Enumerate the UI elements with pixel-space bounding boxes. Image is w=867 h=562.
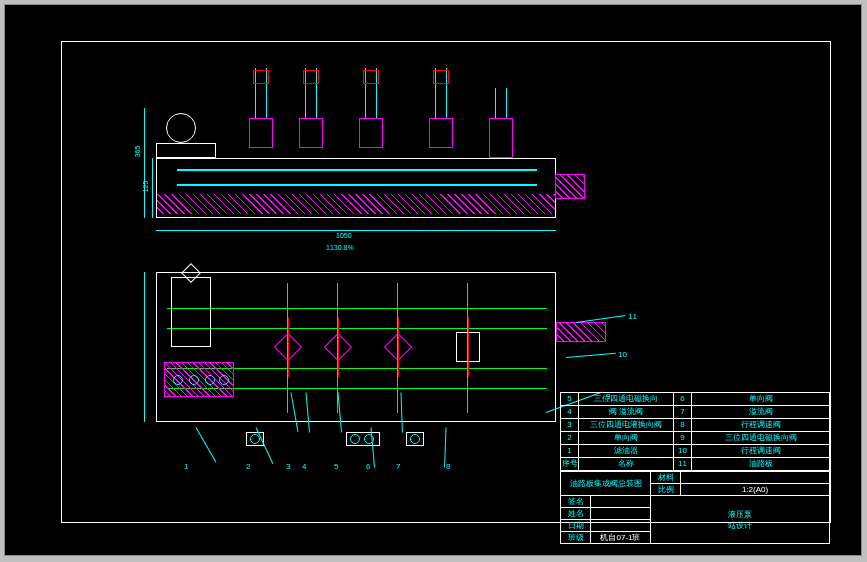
port-icon xyxy=(350,434,360,444)
part-name: 阀 溢流阀 xyxy=(579,406,674,419)
balloon-11: 11 xyxy=(628,312,637,321)
valve-cap xyxy=(433,70,449,84)
port-icon xyxy=(205,375,215,385)
balloon-2: 2 xyxy=(246,462,250,471)
date-label: 日期 xyxy=(561,520,591,532)
motor-base xyxy=(156,143,216,158)
dim-value: 1050 xyxy=(336,232,352,239)
part-name: 三位四通电磁换向阀 xyxy=(692,432,830,445)
sign-value xyxy=(591,496,651,508)
valve-body xyxy=(429,118,453,148)
drawing-canvas[interactable]: 365 125 1050 1130.8% xyxy=(9,9,859,553)
parts-row: 5 三位四通电磁换向 6 单向阀 xyxy=(561,393,830,406)
center-line xyxy=(468,317,469,377)
valve-body xyxy=(489,118,513,158)
port-icon xyxy=(410,434,420,444)
leader-line xyxy=(566,353,616,358)
balloon-7: 7 xyxy=(396,462,400,471)
passage-line xyxy=(177,169,537,171)
balloon-3: 3 xyxy=(286,462,290,471)
pump-block xyxy=(164,362,234,397)
part-name: 单向阀 xyxy=(692,393,830,406)
dim-value: 365 xyxy=(134,146,141,158)
parts-row: 3 三位四通电液换向阀 8 行程调速阀 xyxy=(561,419,830,432)
flow-line xyxy=(167,328,547,329)
app-window: 365 125 1050 1130.8% xyxy=(4,4,862,556)
manifold-block xyxy=(156,158,556,218)
port-icon xyxy=(189,375,199,385)
valve-assembly-4 xyxy=(426,68,456,158)
name-value xyxy=(591,508,651,520)
bottom-components xyxy=(246,432,506,457)
balloon-10: 10 xyxy=(618,350,627,359)
parts-row: 2 单向阀 9 三位四通电磁换向阀 xyxy=(561,432,830,445)
part-num: 9 xyxy=(674,432,692,445)
class-value: 机自07-1班 xyxy=(591,532,651,544)
motor-mount xyxy=(156,108,216,158)
part-num: 6 xyxy=(674,393,692,406)
outlet-connector xyxy=(556,322,606,342)
balloon-5: 5 xyxy=(334,462,338,471)
part-num: 1 xyxy=(561,445,579,458)
motor-circle xyxy=(166,113,196,143)
valve-body xyxy=(359,118,383,148)
valve-cap xyxy=(363,70,379,84)
parts-row: 1 滤油器 10 行程调速阀 xyxy=(561,445,830,458)
section-hatch xyxy=(157,194,555,214)
name-label: 姓名 xyxy=(561,508,591,520)
part-num: 2 xyxy=(561,432,579,445)
part-num: 8 xyxy=(674,419,692,432)
date-value xyxy=(591,520,651,532)
balloon-1: 1 xyxy=(184,462,188,471)
drawing-title: 油路板集成阀总装图 xyxy=(561,472,651,496)
project-line1: 液压泵 xyxy=(651,509,829,520)
drawing-border: 365 125 1050 1130.8% xyxy=(61,41,831,523)
project-cell: 液压泵 站设计 xyxy=(651,496,830,544)
name-header: 名称 xyxy=(579,458,674,471)
part-name: 滤油器 xyxy=(579,445,674,458)
parts-row: 4 阀 溢流阀 7 溢流阀 xyxy=(561,406,830,419)
part-num: 10 xyxy=(674,445,692,458)
sign-label: 签名 xyxy=(561,496,591,508)
class-label: 班级 xyxy=(561,532,591,544)
part-num: 3 xyxy=(561,419,579,432)
tb-row: 油路板集成阀总装图 材料 xyxy=(561,472,830,484)
center-line xyxy=(398,317,399,377)
part-name: 单向阀 xyxy=(579,432,674,445)
valve-body xyxy=(299,118,323,148)
scale-label: 比例 xyxy=(651,484,681,496)
parts-list-table: 5 三位四通电磁换向 6 单向阀 4 阀 溢流阀 7 溢流阀 3 三位四通电液换… xyxy=(560,392,830,471)
filter-body xyxy=(171,277,211,347)
leader-line xyxy=(196,427,217,462)
manifold-plan xyxy=(156,272,556,422)
flow-line xyxy=(167,308,547,309)
balloon-8: 8 xyxy=(446,462,450,471)
titleblock-table: 油路板集成阀总装图 材料 比例 1:2(A0) 签名 液压泵 站设计 xyxy=(560,471,830,544)
valve-stem xyxy=(495,88,507,118)
parts-header-row: 序号 名称 11 油路板 xyxy=(561,458,830,471)
material-value xyxy=(681,472,830,484)
port-icon xyxy=(219,375,229,385)
valve-cap xyxy=(253,70,269,84)
seq-header: 序号 xyxy=(561,458,579,471)
part-name: 行程调速阀 xyxy=(692,419,830,432)
passage-line xyxy=(177,184,537,186)
scale-indicator: 1130.8% xyxy=(326,244,354,251)
scale-value: 1:2(A0) xyxy=(681,484,830,496)
valve-assembly-2 xyxy=(296,68,326,158)
part-num: 11 xyxy=(674,458,692,471)
part-num: 5 xyxy=(561,393,579,406)
material-label: 材料 xyxy=(651,472,681,484)
part-name: 三位四通电磁换向 xyxy=(579,393,674,406)
valve-assembly-3 xyxy=(356,68,386,158)
dim-line-v xyxy=(144,272,145,422)
valve-plan-1 xyxy=(274,317,302,377)
dim-line-v xyxy=(144,108,145,218)
valve-plan-4 xyxy=(454,317,482,377)
title-block: 5 三位四通电磁换向 6 单向阀 4 阀 溢流阀 7 溢流阀 3 三位四通电液换… xyxy=(560,392,830,522)
balloon-6: 6 xyxy=(366,462,370,471)
dim-line-v xyxy=(152,158,153,218)
dim-line-h xyxy=(156,230,556,231)
end-connector xyxy=(555,174,585,199)
valve-plan-3 xyxy=(384,317,412,377)
